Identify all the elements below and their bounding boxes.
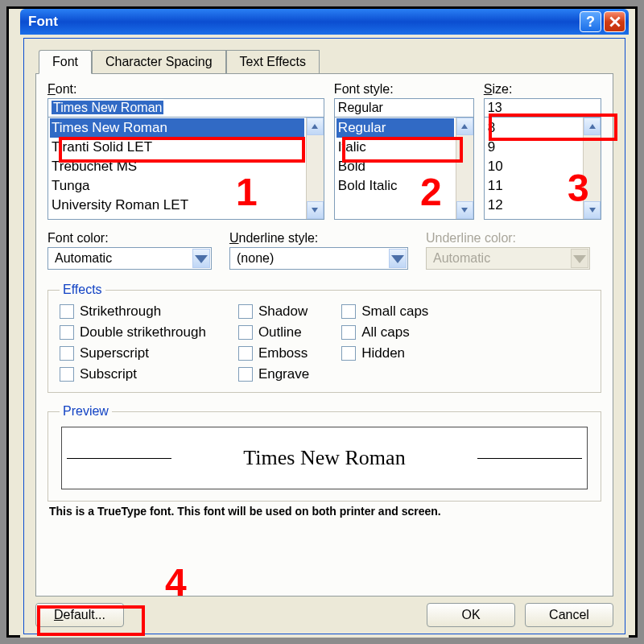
checkbox-small-caps[interactable]: Small caps — [341, 303, 428, 320]
scrollbar[interactable] — [306, 118, 324, 219]
preview-text: Times New Roman — [243, 446, 405, 470]
list-item[interactable]: Times New Roman — [50, 118, 304, 138]
underline-color-label: Underline color: — [426, 231, 590, 246]
scrollbar[interactable] — [583, 118, 601, 219]
scrollbar[interactable] — [456, 118, 473, 219]
titlebar: Font ? — [20, 9, 629, 35]
chevron-down-icon[interactable] — [389, 249, 407, 268]
list-item[interactable]: University Roman LET — [50, 196, 304, 215]
preview-hint: This is a TrueType font. This font will … — [49, 505, 600, 518]
checkbox-all-caps[interactable]: All caps — [341, 324, 428, 341]
list-item[interactable]: 9 — [486, 138, 581, 157]
checkbox-shadow[interactable]: Shadow — [238, 303, 309, 320]
list-item[interactable]: 8 — [486, 118, 581, 138]
scroll-up-icon[interactable] — [307, 118, 324, 135]
help-button[interactable]: ? — [580, 11, 601, 32]
list-item[interactable]: 10 — [486, 157, 581, 176]
font-style-label: Font style: — [334, 82, 474, 97]
chevron-down-icon[interactable] — [192, 249, 210, 268]
close-icon — [609, 16, 621, 27]
font-listbox[interactable]: Times New Roman Tiranti Solid LET Trebuc… — [47, 117, 324, 220]
underline-style-label: Underline style: — [229, 231, 408, 246]
font-label: Font: — [47, 82, 324, 97]
size-input[interactable]: 13 — [484, 98, 601, 118]
list-item[interactable]: Regular — [336, 118, 454, 138]
underline-style-combo[interactable]: (none) — [229, 247, 408, 270]
list-item[interactable]: Trebuchet MS — [50, 157, 304, 176]
preview-legend: Preview — [60, 404, 112, 419]
font-input[interactable]: Times New Roman — [47, 98, 324, 118]
list-item[interactable]: Tiranti Solid LET — [50, 138, 304, 157]
tab-bar: Font Character Spacing Text Effects — [39, 50, 625, 73]
chevron-down-icon — [571, 249, 588, 268]
checkbox-double-strikethrough[interactable]: Double strikethrough — [60, 324, 206, 341]
list-item[interactable]: 12 — [486, 196, 581, 215]
list-item[interactable]: Bold — [336, 157, 454, 176]
scroll-down-icon[interactable] — [584, 201, 601, 219]
ok-button[interactable]: OK — [427, 603, 515, 627]
list-item[interactable]: 11 — [486, 176, 581, 196]
list-item[interactable]: Bold Italic — [336, 176, 454, 196]
cancel-button[interactable]: Cancel — [525, 603, 613, 627]
font-dialog: Font ? Font Character Spacing Text Effec… — [20, 9, 629, 638]
default-button[interactable]: Default... — [35, 603, 124, 627]
window-title: Font — [28, 14, 58, 30]
checkbox-strikethrough[interactable]: Strikethrough — [60, 303, 206, 320]
underline-color-combo: Automatic — [426, 247, 590, 270]
checkbox-hidden[interactable]: Hidden — [341, 345, 428, 361]
scroll-up-icon[interactable] — [456, 118, 473, 135]
tab-panel-font: Font: Times New Roman Times New Roman Ti… — [35, 73, 613, 597]
tab-text-effects[interactable]: Text Effects — [226, 50, 320, 73]
checkbox-outline[interactable]: Outline — [238, 324, 309, 341]
list-item[interactable]: Italic — [336, 138, 454, 157]
font-color-combo[interactable]: Automatic — [47, 247, 212, 270]
preview-group: Preview Times New Roman — [47, 404, 601, 502]
checkbox-subscript[interactable]: Subscript — [60, 366, 206, 382]
checkbox-emboss[interactable]: Emboss — [238, 345, 309, 361]
effects-legend: Effects — [60, 283, 105, 297]
font-color-label: Font color: — [47, 231, 212, 246]
size-listbox[interactable]: 8 9 10 11 12 — [484, 117, 601, 220]
size-label: Size: — [484, 82, 601, 97]
effects-group: Effects Strikethrough Double strikethrou… — [47, 283, 601, 393]
font-style-listbox[interactable]: Regular Italic Bold Bold Italic — [334, 117, 474, 220]
scroll-down-icon[interactable] — [307, 201, 324, 219]
checkbox-superscript[interactable]: Superscript — [60, 345, 206, 361]
close-button[interactable] — [604, 11, 625, 32]
checkbox-engrave[interactable]: Engrave — [238, 366, 309, 382]
tab-font[interactable]: Font — [39, 50, 92, 74]
scroll-down-icon[interactable] — [456, 201, 473, 219]
list-item[interactable]: Tunga — [50, 176, 304, 196]
font-style-input[interactable]: Regular — [334, 98, 474, 118]
scroll-up-icon[interactable] — [584, 118, 601, 135]
tab-character-spacing[interactable]: Character Spacing — [92, 50, 226, 73]
preview-box: Times New Roman — [61, 427, 588, 489]
